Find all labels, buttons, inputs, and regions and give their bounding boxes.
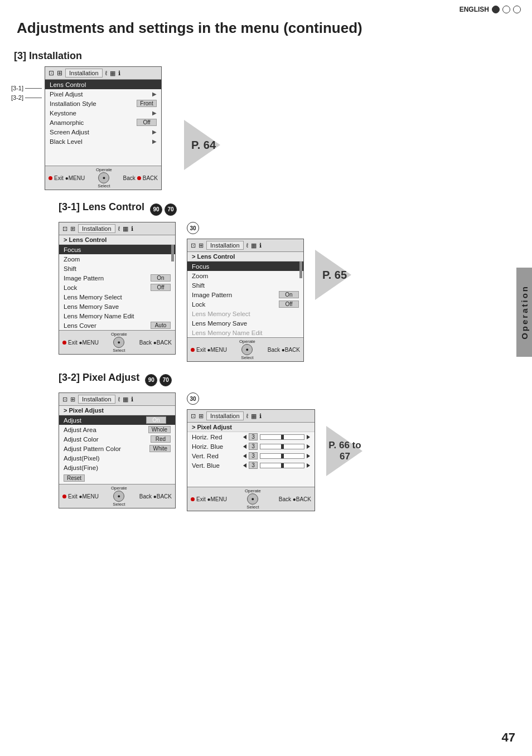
screen-adjust-arrow: ▶ [152, 129, 157, 135]
projector-icon-4: ⊡ [62, 396, 67, 403]
pixel-menu-30-header: ⊡ ⊞ Installation ℓ ▦ ℹ [187, 410, 315, 423]
slider-marker [281, 435, 284, 439]
anamorphic-tag: Off [137, 119, 157, 126]
main-heading: Adjustments and settings in the menu (co… [17, 20, 362, 37]
pixel-item-adjust-pattern-color[interactable]: Adjust Pattern Color White [59, 444, 175, 453]
slider-left-icon-4 [243, 463, 246, 468]
horiz-blue-track [260, 444, 304, 449]
operate-label: Operate [96, 167, 112, 172]
adjust-color-tag: Red [151, 435, 171, 443]
lens-30-item-image-pattern[interactable]: Image Pattern On [187, 290, 303, 299]
lang-circle-2 [502, 6, 510, 13]
menu-item-black-level-label: Black Level [50, 138, 83, 145]
vert-red-track [260, 453, 304, 459]
lens-cover-tag: Auto [151, 322, 171, 329]
pixel-adjust-arrow: ▶ [152, 91, 157, 97]
reset-tag[interactable]: Reset [64, 474, 85, 482]
scroll-bar-2 [299, 261, 302, 271]
slider-left-icon-3 [243, 454, 246, 458]
settings-icon-4: ⊞ [70, 396, 75, 403]
lens-30-item-lock[interactable]: Lock Off [187, 299, 303, 309]
footer-operate-5: Operate ● Select [245, 488, 261, 510]
select-label: Select [98, 183, 110, 188]
menu-item-installation-style[interactable]: Installation Style Front [45, 99, 161, 108]
p65-label: P. 65 [318, 269, 351, 282]
pixel-item-horiz-blue[interactable]: Horiz. Blue 3 [187, 442, 315, 451]
installation-style-tag: Front [137, 100, 157, 107]
footer-left: Exit ●MENU [49, 175, 85, 181]
lens-30-item-memory-save[interactable]: Lens Memory Save [187, 318, 303, 328]
lens-item-memory-name-edit[interactable]: Lens Memory Name Edit [59, 311, 175, 321]
pixel-item-adjust-fine[interactable]: Adjust(Fine) [59, 463, 175, 472]
pixel-item-reset-row: Reset [59, 472, 175, 484]
slider-marker-2 [281, 444, 284, 449]
pixel-item-adjust-color[interactable]: Adjust Color Red [59, 434, 175, 444]
menu-item-keystone-label: Keystone [50, 110, 76, 117]
p66-container: P. 66 to 67 [326, 426, 362, 476]
lens-control-layout: ⊡ ⊞ Installation ℓ ▦ ℹ > Lens Control Fo… [59, 222, 512, 362]
lens-control-header: [3-1] Lens Control 90 70 [59, 201, 512, 217]
pixel-item-vert-blue[interactable]: Vert. Blue 3 [187, 461, 315, 470]
menu-label: ●MENU [65, 175, 85, 181]
menu-footer: Exit ●MENU Operate ● Select Back [45, 166, 161, 190]
lens-control-section: [3-1] Lens Control 90 70 ⊡ ⊞ Installatio… [59, 201, 512, 362]
footer-left-4: Exit ●MENU [62, 493, 99, 500]
lens-item-focus[interactable]: Focus [59, 245, 175, 254]
footer-operate-3: Operate ● Select [239, 339, 255, 360]
signal-icon-2: ▦ [123, 225, 128, 232]
pixel-section-title: > Pixel Adjust [59, 406, 175, 415]
lens-30-item-focus[interactable]: Focus [187, 261, 303, 271]
adjust-area-tag: Whole [148, 426, 171, 433]
menu-title: Installation [65, 69, 103, 77]
p65-container-outer: P. 65 [315, 222, 351, 300]
lens-30-item-zoom[interactable]: Zoom [187, 271, 303, 280]
bracket-32: [3-2] [11, 94, 42, 101]
pixel-menu-9070: ⊡ ⊞ Installation ℓ ▦ ℹ > Pixel Adjust Ad… [59, 392, 176, 508]
image-pattern-tag: On [151, 274, 171, 282]
pixel-item-horiz-red[interactable]: Horiz. Red 3 [187, 432, 315, 442]
menu-item-installation-style-label: Installation Style [50, 100, 96, 107]
lens-item-shift[interactable]: Shift [59, 264, 175, 273]
pixel-menu-9070-title: Installation [78, 395, 115, 404]
scroll-thumb-2 [299, 261, 302, 278]
lens-item-memory-select[interactable]: Lens Memory Select [59, 292, 175, 302]
pixel-adjust-layout: ⊡ ⊞ Installation ℓ ▦ ℹ > Pixel Adjust Ad… [59, 392, 512, 511]
pixel-adjust-header: [3-2] Pixel Adjust 90 70 [59, 372, 512, 388]
projector-icon-5: ⊡ [191, 413, 196, 420]
footer-left-2: Exit ●MENU [62, 340, 99, 346]
lens-menu-30-header: ⊡ ⊞ Installation ℓ ▦ ℹ [187, 239, 303, 252]
language-indicator: ENGLISH [460, 6, 521, 13]
pixel-menu-9070-container: ⊡ ⊞ Installation ℓ ▦ ℹ > Pixel Adjust Ad… [59, 392, 176, 508]
footer-right-5: Back ●BACK [279, 496, 311, 502]
vert-blue-slider: 3 [243, 462, 310, 469]
badge-90-pixel: 90 [145, 374, 157, 386]
lens-item-lock[interactable]: Lock Off [59, 283, 175, 292]
lens-item-image-pattern[interactable]: Image Pattern On [59, 273, 175, 283]
pixel-item-adjust-pixel[interactable]: Adjust(Pixel) [59, 453, 175, 463]
lens-item-zoom[interactable]: Zoom [59, 254, 175, 264]
menu-item-black-level[interactable]: Black Level ▶ [45, 137, 161, 146]
menu-title-label: Installation [69, 70, 99, 76]
menu-item-anamorphic[interactable]: Anamorphic Off [45, 118, 161, 127]
badge-30-pixel: 30 [187, 392, 199, 405]
scroll-bar [171, 245, 174, 254]
pixel-30-container: 30 ⊡ ⊞ Installation ℓ ▦ ℹ [187, 392, 315, 511]
content-area: [3] Installation [3-1] [3-2] [14, 50, 512, 511]
settings-icon-5: ⊞ [199, 413, 204, 420]
lens-item-memory-save[interactable]: Lens Memory Save [59, 302, 175, 311]
exit-label: Exit [54, 175, 64, 181]
lock-tag-30: Off [279, 301, 299, 308]
pixel-item-adjust-area[interactable]: Adjust Area Whole [59, 425, 175, 434]
menu-item-pixel-adjust[interactable]: Pixel Adjust ▶ [45, 89, 161, 99]
lens-30-item-shift[interactable]: Shift [187, 280, 303, 290]
pixel-item-adjust[interactable]: Adjust On [59, 415, 175, 425]
menu-item-screen-adjust[interactable]: Screen Adjust ▶ [45, 127, 161, 137]
menu-item-lens-control[interactable]: Lens Control [45, 80, 161, 89]
footer-left-3: Exit ●MENU [191, 347, 227, 353]
pixel-item-vert-red[interactable]: Vert. Red 3 [187, 451, 315, 461]
lens-menu-9070-container: ⊡ ⊞ Installation ℓ ▦ ℹ > Lens Control Fo… [59, 222, 176, 355]
menu-item-keystone[interactable]: Keystone ▶ [45, 108, 161, 118]
lens-item-cover[interactable]: Lens Cover Auto [59, 321, 175, 330]
horiz-blue-slider: 3 [243, 443, 310, 450]
scroll-thumb [171, 245, 174, 261]
